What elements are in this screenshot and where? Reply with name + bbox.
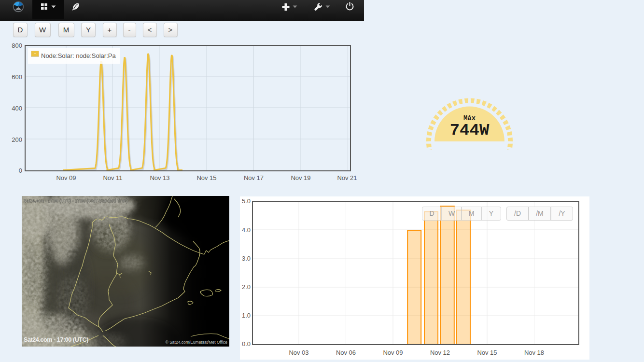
svg-text:744W: 744W <box>450 121 490 139</box>
svg-text:Sat24.com - 17:00 (UTC): Sat24.com - 17:00 (UTC) <box>24 336 88 343</box>
svg-text:Sat24.com - 17:00 (UTC) - 17:0: Sat24.com - 17:00 (UTC) - 17:00 (GMT Sta… <box>24 198 128 203</box>
svg-text:© Sat24.com/Eumetsat/Met Offic: © Sat24.com/Eumetsat/Met Office <box>166 340 228 345</box>
